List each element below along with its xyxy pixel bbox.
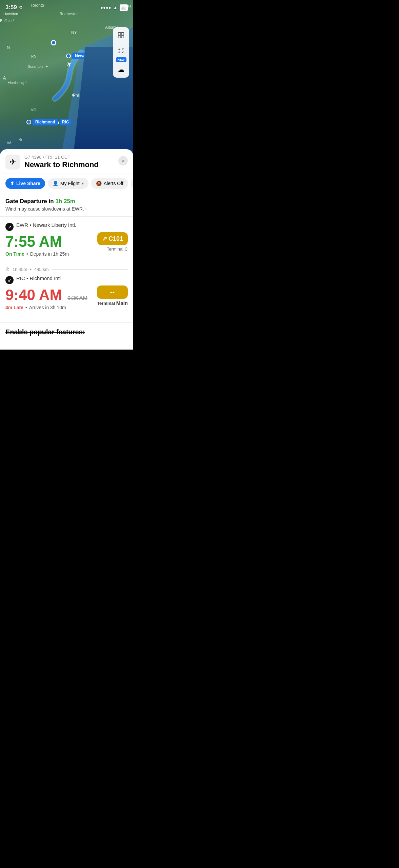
departure-status-row: On Time • Departs in 1h 25m [5,251,97,257]
takeoff-icon: ↗ [8,224,12,230]
flight-bottom-sheet: ✈ G7 4396 • FRI, 11 OCT Newark to Richmo… [0,149,133,350]
arrival-airport-row: ↙ RIC • Richmond Intl [5,275,128,284]
enable-features-section: Enable popular features: [0,322,133,336]
collapse-button[interactable] [114,44,128,57]
status-bar: 3:59 ⚙ ●●●● ▲ 98 [0,0,133,350]
landing-icon: ↙ [8,278,12,283]
map-background: Toronto Hamilton Rochester Buffalo ° NY … [0,0,133,156]
gate-arrow-icon: ↗ [102,235,107,242]
share-icon: ⬆ [10,181,14,186]
alert-countdown: 1h 25m [55,198,75,204]
alert-subtitle[interactable]: Wind may cause slowdowns at EWR. › [5,206,128,212]
action-buttons-row: ⬆ Live Share 👤 My Flight ▾ 🔕 Alerts Off … [0,174,133,193]
duration-time: 1h 45m [13,267,27,272]
flight-icon: ✈ [5,155,20,170]
chevron-down-icon: ▾ [82,181,84,186]
close-button[interactable]: × [118,156,128,165]
flight-title-area: G7 4396 • FRI, 11 OCT Newark to Richmond [24,155,114,169]
arrival-airport-full: Richmond Intl [29,275,61,281]
svg-point-21 [72,94,74,96]
weather-button[interactable]: ☁ [114,63,128,76]
flight-number: G7 4396 [24,155,41,160]
flight-details-section: ↗ EWR • Newark Liberty Intl. 7:55 AM On … [0,217,133,322]
duration-separator: • [30,267,32,272]
flight-meta: G7 4396 • FRI, 11 OCT [24,155,114,160]
departure-gate-badge: ↗ C101 [97,232,128,245]
departure-airport-name: EWR • Newark Liberty Intl. [16,222,76,228]
clock-time: 3:59 [5,4,17,11]
late-badge: 4m Late [5,305,23,310]
live-share-button[interactable]: ⬆ Live Share [5,178,45,189]
svg-text:PA: PA [31,54,36,58]
sheet-header: ✈ G7 4396 • FRI, 11 OCT Newark to Richmo… [0,149,133,174]
location-icon: ⚙ [19,5,23,10]
arrival-airport-name: RIC • Richmond Intl [16,275,61,281]
svg-text:Harrisburg °: Harrisburg ° [8,81,26,85]
map-tools-panel: NEW ☁ [113,27,129,78]
flight-route: Newark to Richmond [24,160,114,169]
svg-point-1 [83,81,100,122]
svg-text:Ri: Ri [19,138,22,141]
arrives-countdown: Arrives in 3h 10m [29,305,66,310]
arrival-time: 9:40 AM [5,287,62,303]
arrival-code: RIC [16,275,25,281]
svg-text:VA: VA [7,141,12,145]
person-icon: 👤 [53,181,58,186]
svg-text:Buffalo °: Buffalo ° [0,19,14,23]
arrival-gate-badge: -- [97,285,128,299]
duration-line [52,269,128,270]
clock-small-icon: ⏱ [5,267,10,272]
my-flight-button[interactable]: 👤 My Flight ▾ [48,178,88,189]
airplane-icon: ✈ [9,157,16,167]
svg-point-33 [52,41,55,44]
more-button[interactable]: ✳ [131,178,133,189]
svg-point-14 [46,66,48,67]
svg-point-30 [8,82,9,83]
svg-text:✈: ✈ [65,60,74,69]
on-time-badge: On Time [5,251,24,257]
svg-text:Scranton: Scranton [28,64,43,68]
alerts-off-label: Alerts Off [104,181,123,186]
alerts-off-button[interactable]: 🔕 Alerts Off [91,178,128,189]
new-badge: NEW [116,57,126,62]
signal-icon: ●●●● [100,5,111,10]
departure-time-area: 7:55 AM On Time • Departs in 1h 25m [5,232,97,261]
svg-text:Philadelphia: Philadelphia [73,93,95,98]
departure-time: 7:55 AM [5,234,97,250]
arrival-gate-number: -- [110,288,115,296]
departure-airport-full: Newark Liberty Intl. [33,222,76,228]
arrival-old-time: 9:36 AM [67,295,87,301]
svg-text:NJ: NJ [86,81,91,85]
wifi-icon: ▲ [113,5,118,10]
chevron-right-icon: › [85,206,87,211]
alert-section: Gate Departure in 1h 25m Wind may cause … [0,193,133,217]
flight-date: FRI, 11 OCT [45,155,71,160]
departure-icon: ↗ [5,223,14,231]
alert-prefix: Gate Departure in [5,198,55,204]
live-share-label: Live Share [16,181,40,186]
map-view-button[interactable] [114,28,128,42]
departure-code: EWR [16,222,28,228]
svg-point-16 [103,62,104,64]
status-time-display: 3:59 ⚙ [5,4,23,11]
svg-text:A: A [3,75,6,81]
svg-text:MD: MD [31,108,36,112]
departure-alert-title: Gate Departure in 1h 25m [5,198,128,205]
alert-subtitle-text: Wind may cause slowdowns at EWR. [5,206,84,212]
departure-gate-number: C101 [108,235,123,242]
ewr-code: EWR [94,53,108,59]
duration-distance: 445 km [34,267,49,272]
arrival-terminal-label: Terminal [97,301,115,306]
arrival-status-row: 4m Late • Arrives in 3h 10m [5,305,97,310]
separator: • [43,155,45,160]
svg-text:N: N [7,45,10,50]
svg-rect-37 [121,36,124,38]
arrival-gate-row: 9:40 AM 9:36 AM 4m Late • Arrives in 3h … [5,285,128,314]
enable-title: Enable popular features: [5,328,85,336]
newark-badge: Newark EWR [66,53,108,59]
richmond-label: Richmond [33,119,58,125]
svg-point-32 [51,40,56,45]
battery-indicator: 98 [120,4,128,11]
departure-gate-area: ↗ C101 Terminal C [97,232,128,252]
newark-label: Newark [72,53,92,59]
